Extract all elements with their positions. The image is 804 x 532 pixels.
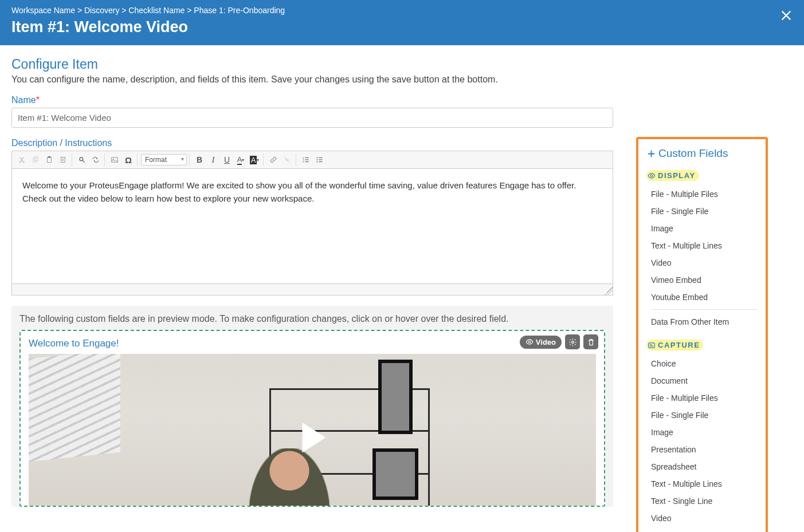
svg-rect-5 (48, 156, 50, 157)
play-icon (292, 417, 332, 458)
description-label: Description / Instructions (11, 138, 613, 148)
field-item[interactable]: Vimeo Embed (646, 271, 758, 289)
field-item[interactable]: Youtube Embed (646, 289, 758, 306)
copy-button[interactable] (29, 153, 42, 166)
replace-button[interactable] (89, 153, 102, 166)
preview-area: The following custom fields are in previ… (11, 306, 613, 507)
field-item[interactable]: File - Multiple Files (646, 389, 758, 407)
field-item[interactable]: Spreadsheet (646, 458, 758, 475)
editor-body[interactable]: Welcome to your ProteusEngage platform! … (12, 169, 613, 283)
eye-icon (648, 172, 656, 180)
svg-point-9 (113, 159, 114, 160)
field-item[interactable]: Document (646, 372, 758, 389)
svg-rect-3 (34, 157, 38, 161)
close-button[interactable] (780, 9, 793, 24)
svg-rect-6 (61, 157, 65, 162)
plus-icon (646, 149, 656, 159)
svg-rect-4 (48, 157, 52, 162)
page-header: Workspace Name > Discovery > Checklist N… (0, 0, 804, 45)
editor-footer (12, 283, 613, 295)
editor-toolbar: Ω Format B I U A▾ A▾ 123 (12, 151, 613, 169)
eye-icon (525, 338, 534, 346)
svg-point-13 (316, 157, 317, 159)
name-label-text: Name (11, 95, 36, 105)
display-extra-list: Data From Other Item (646, 313, 758, 330)
find-button[interactable] (76, 153, 88, 166)
field-item[interactable]: Text - Multiple Lines (646, 475, 758, 492)
image-button[interactable] (108, 153, 121, 166)
numbered-list-button[interactable]: 123 (300, 153, 312, 166)
capture-group-heading: CAPTURE (646, 340, 703, 350)
field-item[interactable]: Presentation (646, 441, 758, 458)
bg-color-button[interactable]: A▾ (248, 153, 261, 166)
field-item[interactable]: Choice (646, 355, 758, 372)
form-icon (648, 341, 656, 349)
svg-point-7 (80, 157, 83, 161)
cut-button[interactable] (15, 153, 28, 166)
field-item[interactable]: File - Multiple Files (646, 186, 758, 203)
required-star: * (36, 95, 40, 105)
field-badge-label: Video (536, 338, 556, 346)
resize-grip[interactable] (605, 287, 613, 295)
field-item[interactable]: Text - Single Line (646, 492, 758, 510)
field-item[interactable]: Video (646, 510, 758, 527)
field-settings-button[interactable] (565, 334, 580, 349)
configure-heading: Configure Item (11, 57, 613, 72)
unlink-button[interactable] (281, 153, 293, 166)
name-label: Name* (11, 95, 613, 105)
svg-text:3: 3 (303, 161, 304, 163)
field-type-badge: Video (520, 336, 562, 349)
custom-fields-title-text: Custom Fields (658, 147, 728, 160)
paste-text-button[interactable] (57, 153, 69, 166)
format-select[interactable]: Format (141, 154, 187, 165)
text-color-button[interactable]: A▾ (234, 153, 247, 166)
field-item[interactable]: Data From Other Item (646, 313, 758, 330)
field-item[interactable]: Image (646, 220, 758, 237)
svg-rect-2 (33, 158, 37, 162)
svg-point-18 (650, 175, 653, 177)
play-button[interactable] (292, 417, 332, 458)
display-field-list: File - Multiple Files File - Single File… (646, 186, 758, 306)
bullet-list-button[interactable] (313, 153, 326, 166)
field-delete-button[interactable] (583, 334, 598, 349)
svg-point-15 (316, 161, 317, 163)
divider (651, 309, 758, 310)
underline-button[interactable]: U (221, 153, 233, 166)
trash-icon (587, 338, 595, 346)
svg-rect-19 (649, 342, 655, 347)
field-item[interactable]: File - Single File (646, 407, 758, 424)
capture-field-list: Choice Document File - Multiple Files Fi… (646, 355, 758, 527)
display-group-heading: DISPLAY (646, 170, 699, 181)
field-item[interactable]: Video (646, 254, 758, 271)
svg-point-16 (528, 341, 531, 343)
field-item[interactable]: File - Single File (646, 203, 758, 220)
paste-button[interactable] (43, 153, 56, 166)
link-button[interactable] (267, 153, 280, 166)
display-heading-text: DISPLAY (658, 171, 696, 180)
capture-heading-text: CAPTURE (658, 341, 700, 349)
specialchar-button[interactable]: Ω (122, 153, 135, 166)
preview-field-title: Welcome to Engage! (29, 338, 596, 349)
field-item[interactable]: Text - Multiple Lines (646, 237, 758, 254)
field-item[interactable]: Image (646, 424, 758, 441)
svg-point-17 (571, 341, 574, 343)
name-input[interactable] (11, 108, 613, 128)
close-icon (780, 9, 793, 22)
italic-button[interactable]: I (207, 153, 219, 166)
custom-fields-panel: Custom Fields DISPLAY File - Multiple Fi… (636, 137, 768, 532)
video-thumbnail[interactable] (29, 354, 596, 506)
gear-icon (568, 338, 577, 346)
svg-point-14 (316, 159, 317, 160)
configure-description: You can configure the name, description,… (11, 74, 613, 85)
description-editor: Ω Format B I U A▾ A▾ 123 (11, 151, 613, 295)
preview-field-video[interactable]: Video Welcome to Engage! (19, 330, 605, 507)
custom-fields-heading[interactable]: Custom Fields (646, 147, 758, 160)
bold-button[interactable]: B (193, 153, 206, 166)
breadcrumb[interactable]: Workspace Name > Discovery > Checklist N… (11, 6, 793, 15)
page-title: Item #1: Welcome Video (11, 18, 793, 36)
preview-note: The following custom fields are in previ… (19, 314, 605, 324)
